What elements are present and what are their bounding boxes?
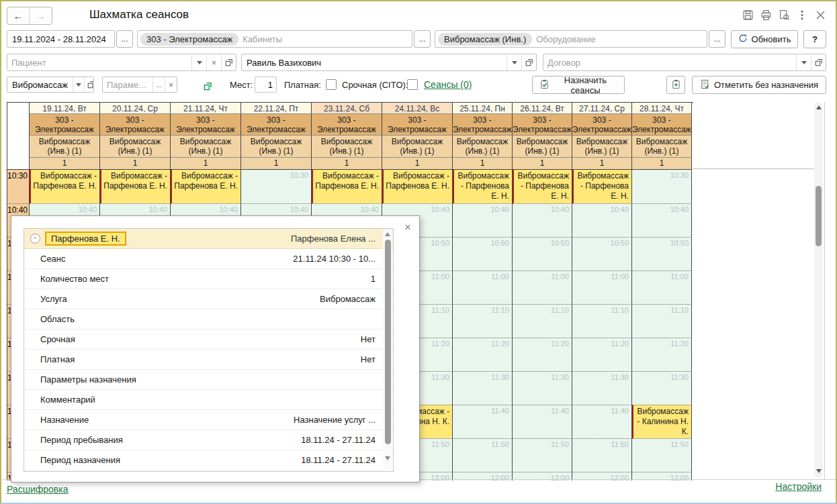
free-slot-cell[interactable]: 11:50 [632,438,692,472]
equipment-select-button[interactable]: ... [709,30,725,48]
details-row-value: 1 [371,274,376,284]
free-slot-cell[interactable]: 11:10 [632,304,692,338]
free-slot-cell[interactable]: 11:40 [513,405,572,438]
free-slot-cell[interactable]: 11:30 [572,371,632,405]
help-button[interactable]: ? [803,30,826,48]
save-icon[interactable] [742,9,754,21]
service-dropdown-icon[interactable] [73,77,84,92]
session-cell[interactable]: Вибромассаж - Парфенова Е. Н. [30,170,100,203]
free-slot-cell[interactable]: 10:40 [513,203,572,237]
popup-scrollbar-thumb[interactable] [385,240,391,444]
free-slot-cell[interactable]: 11:00 [572,270,632,304]
open-assignment-icon[interactable] [202,80,214,92]
free-slot-cell[interactable]: 11:00 [513,270,572,304]
free-slot-cell[interactable]: 10:50 [572,237,632,270]
free-slot-cell[interactable]: 11:20 [632,338,692,371]
cabinet-tag[interactable]: 303 - Электромассаж [140,33,238,46]
period-field[interactable]: 19.11.2024 - 28.11.2024 [7,30,115,48]
sessions-link[interactable]: Сеансы (0) [424,79,472,90]
session-cell[interactable]: Вибромассаж - Парфенова Е. Н. [312,170,382,203]
free-slot-cell[interactable]: 10:30 [241,170,312,203]
popup-scrollbar[interactable] [383,230,392,470]
session-cell[interactable]: Вибромассаж - Парфенова Е. Н. [100,170,171,203]
free-slot-cell[interactable]: 10:30 [632,170,692,203]
free-slot-cell[interactable]: 11:00 [453,270,513,304]
scrollbar-thumb[interactable] [816,186,822,246]
contract-dropdown-icon[interactable] [796,54,811,70]
details-row: Комментарий [24,390,393,410]
assign-sessions-button[interactable]: Назначить сеансы [532,76,625,94]
patient-field[interactable]: Пациент × [7,54,236,71]
free-slot-cell[interactable]: 10:40 [572,203,632,237]
free-slot-cell[interactable]: 11:30 [513,371,572,405]
forward-button[interactable]: → [30,7,52,24]
urgent-checkbox[interactable] [407,79,418,90]
free-slot-cell[interactable]: 11:20 [572,338,632,371]
contract-open-icon[interactable] [811,54,826,70]
doctor-dropdown-icon[interactable] [506,54,521,70]
cabinets-select-button[interactable]: ... [414,30,431,48]
free-slot-cell[interactable]: 10:50 [453,237,513,270]
free-slot-cell[interactable]: 11:10 [453,304,513,338]
cabinets-field[interactable]: 303 - Электромассаж Кабинеты [137,30,412,48]
close-icon[interactable] [814,9,826,21]
mark-without-assignment-button[interactable]: Отметить без назначения [692,76,826,94]
free-slot-cell[interactable]: 11:30 [632,371,692,405]
session-cell[interactable]: Вибромассаж - Парфенова Е. Н. [453,170,513,203]
session-cell[interactable]: Вибромассаж - Калинина Н. К. [632,405,692,438]
free-slot-cell[interactable]: 11:40 [453,405,513,438]
details-row: НазначениеНазначение услуг ... [24,410,393,430]
contract-field[interactable]: Договор [543,54,826,71]
patient-dropdown-icon[interactable] [191,54,206,70]
seats-input[interactable] [255,77,277,93]
free-slot-cell[interactable]: 10:40 [453,203,513,237]
preview-icon[interactable] [778,9,790,21]
params-select-icon[interactable]: ... [152,77,165,92]
session-cell[interactable]: Вибромассаж - Парфенова Е. Н. [382,170,453,203]
settings-link[interactable]: Настройки [775,481,822,492]
doctor-field[interactable]: Равиль Вазихович [241,54,537,71]
free-slot-cell[interactable]: 11:10 [572,304,632,338]
grid-vertical-scrollbar[interactable] [814,102,823,478]
details-row-label: Количество мест [40,274,109,284]
session-cell[interactable]: Вибромассаж - Парфенова Е. Н. [171,170,241,203]
decode-link[interactable]: Расшифровка [7,484,68,495]
free-slot-cell[interactable]: 11:10 [513,304,572,338]
free-slot-cell[interactable]: 10:50 [632,237,692,270]
period-select-button[interactable]: ... [116,30,133,48]
free-slot-cell[interactable]: 11:20 [513,338,572,371]
free-slot-cell[interactable]: 10:40 [632,203,692,237]
free-slot-cell[interactable]: 11:30 [453,371,513,405]
free-slot-cell[interactable]: 11:40 [572,405,632,438]
free-slot-cell[interactable]: 11:50 [572,438,632,472]
patient-open-icon[interactable] [221,54,236,70]
params-clear-icon[interactable]: × [165,77,177,92]
add-assignment-button[interactable] [666,76,685,94]
free-slot-cell[interactable]: 11:20 [453,338,513,371]
free-slot-cell[interactable]: 11:50 [513,438,572,472]
free-slot-cell[interactable]: 11:00 [632,270,692,304]
popup-scroll-up-icon[interactable] [383,230,392,238]
doctor-open-icon[interactable] [521,54,536,70]
kebab-menu-icon[interactable] [796,9,808,21]
session-cell[interactable]: Вибромассаж - Парфенова Е. Н. [572,170,632,203]
scroll-down-icon[interactable] [814,467,823,475]
patient-name-box: Парфенова Е. Н. [45,232,126,246]
popup-close-icon[interactable]: × [404,221,411,233]
print-icon[interactable] [760,9,772,21]
paid-checkbox[interactable] [326,79,337,90]
collapse-icon[interactable]: − [30,234,40,244]
refresh-button[interactable]: Обновить [731,30,798,48]
free-slot-cell[interactable]: 10:50 [513,237,572,270]
equipment-tag[interactable]: Вибромассаж (Инв.) [438,33,532,46]
params-field[interactable]: Параметры ... ... × [102,77,177,93]
patient-clear-icon[interactable]: × [206,54,221,70]
back-button[interactable]: ← [7,7,30,24]
equipment-field[interactable]: Вибромассаж (Инв.) Оборудование [435,30,707,48]
popup-scroll-down-icon[interactable] [383,454,392,462]
service-open-icon[interactable] [84,77,94,92]
scroll-up-icon[interactable] [814,103,823,111]
free-slot-cell[interactable]: 11:50 [453,438,513,472]
service-combo[interactable]: Вибромассаж [7,77,94,93]
session-cell[interactable]: Вибромассаж - Парфенова Е. Н. [513,170,572,203]
